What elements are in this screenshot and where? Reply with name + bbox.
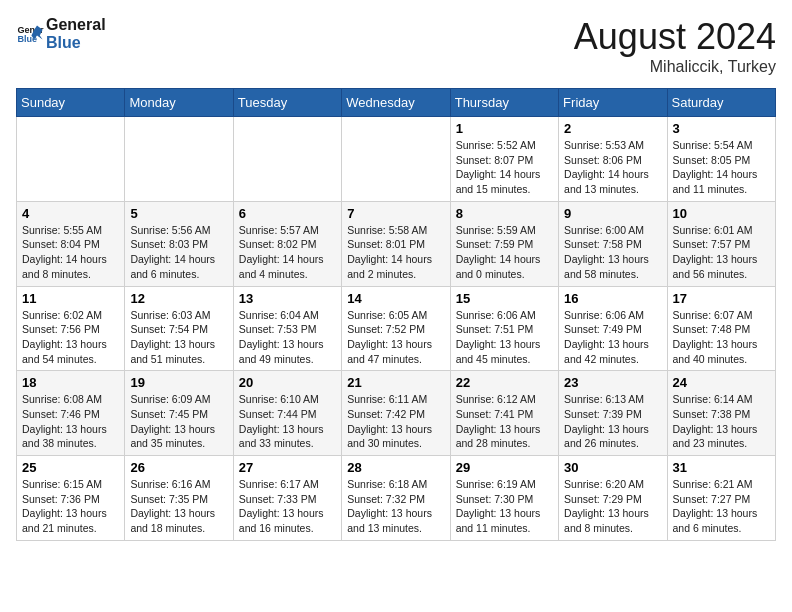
logo: General Blue General Blue [16,16,106,51]
day-number: 7 [347,206,444,221]
calendar-cell: 4Sunrise: 5:55 AM Sunset: 8:04 PM Daylig… [17,201,125,286]
day-number: 18 [22,375,119,390]
day-info: Sunrise: 6:09 AM Sunset: 7:45 PM Dayligh… [130,392,227,451]
calendar-week-row: 4Sunrise: 5:55 AM Sunset: 8:04 PM Daylig… [17,201,776,286]
day-info: Sunrise: 5:59 AM Sunset: 7:59 PM Dayligh… [456,223,553,282]
day-info: Sunrise: 6:08 AM Sunset: 7:46 PM Dayligh… [22,392,119,451]
day-info: Sunrise: 6:16 AM Sunset: 7:35 PM Dayligh… [130,477,227,536]
day-number: 5 [130,206,227,221]
calendar-cell: 12Sunrise: 6:03 AM Sunset: 7:54 PM Dayli… [125,286,233,371]
day-info: Sunrise: 6:13 AM Sunset: 7:39 PM Dayligh… [564,392,661,451]
day-number: 30 [564,460,661,475]
day-info: Sunrise: 6:02 AM Sunset: 7:56 PM Dayligh… [22,308,119,367]
calendar-day-header: Monday [125,89,233,117]
day-info: Sunrise: 6:06 AM Sunset: 7:51 PM Dayligh… [456,308,553,367]
logo-icon: General Blue [16,20,44,48]
calendar-cell: 9Sunrise: 6:00 AM Sunset: 7:58 PM Daylig… [559,201,667,286]
calendar-cell: 8Sunrise: 5:59 AM Sunset: 7:59 PM Daylig… [450,201,558,286]
day-info: Sunrise: 6:19 AM Sunset: 7:30 PM Dayligh… [456,477,553,536]
title-area: August 2024 Mihaliccik, Turkey [574,16,776,76]
calendar-cell: 10Sunrise: 6:01 AM Sunset: 7:57 PM Dayli… [667,201,775,286]
logo-general-text: General [46,16,106,34]
day-info: Sunrise: 5:55 AM Sunset: 8:04 PM Dayligh… [22,223,119,282]
calendar-cell: 27Sunrise: 6:17 AM Sunset: 7:33 PM Dayli… [233,456,341,541]
calendar-cell: 1Sunrise: 5:52 AM Sunset: 8:07 PM Daylig… [450,117,558,202]
day-info: Sunrise: 5:52 AM Sunset: 8:07 PM Dayligh… [456,138,553,197]
day-number: 9 [564,206,661,221]
day-info: Sunrise: 6:12 AM Sunset: 7:41 PM Dayligh… [456,392,553,451]
calendar-cell [125,117,233,202]
day-number: 19 [130,375,227,390]
day-number: 13 [239,291,336,306]
day-number: 6 [239,206,336,221]
day-info: Sunrise: 6:06 AM Sunset: 7:49 PM Dayligh… [564,308,661,367]
calendar-cell: 5Sunrise: 5:56 AM Sunset: 8:03 PM Daylig… [125,201,233,286]
day-info: Sunrise: 6:15 AM Sunset: 7:36 PM Dayligh… [22,477,119,536]
calendar-cell: 28Sunrise: 6:18 AM Sunset: 7:32 PM Dayli… [342,456,450,541]
calendar-day-header: Tuesday [233,89,341,117]
day-info: Sunrise: 6:17 AM Sunset: 7:33 PM Dayligh… [239,477,336,536]
calendar-cell [17,117,125,202]
day-number: 20 [239,375,336,390]
day-info: Sunrise: 6:05 AM Sunset: 7:52 PM Dayligh… [347,308,444,367]
calendar-cell: 17Sunrise: 6:07 AM Sunset: 7:48 PM Dayli… [667,286,775,371]
calendar-cell: 11Sunrise: 6:02 AM Sunset: 7:56 PM Dayli… [17,286,125,371]
location-subtitle: Mihaliccik, Turkey [574,58,776,76]
calendar-cell: 22Sunrise: 6:12 AM Sunset: 7:41 PM Dayli… [450,371,558,456]
calendar-table: SundayMondayTuesdayWednesdayThursdayFrid… [16,88,776,541]
day-info: Sunrise: 6:01 AM Sunset: 7:57 PM Dayligh… [673,223,770,282]
calendar-cell: 29Sunrise: 6:19 AM Sunset: 7:30 PM Dayli… [450,456,558,541]
calendar-cell [342,117,450,202]
calendar-header-row: SundayMondayTuesdayWednesdayThursdayFrid… [17,89,776,117]
calendar-cell: 21Sunrise: 6:11 AM Sunset: 7:42 PM Dayli… [342,371,450,456]
day-number: 14 [347,291,444,306]
calendar-cell: 25Sunrise: 6:15 AM Sunset: 7:36 PM Dayli… [17,456,125,541]
day-info: Sunrise: 6:00 AM Sunset: 7:58 PM Dayligh… [564,223,661,282]
calendar-week-row: 1Sunrise: 5:52 AM Sunset: 8:07 PM Daylig… [17,117,776,202]
day-number: 4 [22,206,119,221]
day-number: 26 [130,460,227,475]
day-number: 31 [673,460,770,475]
calendar-day-header: Friday [559,89,667,117]
day-number: 2 [564,121,661,136]
calendar-cell [233,117,341,202]
day-info: Sunrise: 5:57 AM Sunset: 8:02 PM Dayligh… [239,223,336,282]
day-info: Sunrise: 6:03 AM Sunset: 7:54 PM Dayligh… [130,308,227,367]
day-info: Sunrise: 6:04 AM Sunset: 7:53 PM Dayligh… [239,308,336,367]
calendar-cell: 13Sunrise: 6:04 AM Sunset: 7:53 PM Dayli… [233,286,341,371]
calendar-day-header: Wednesday [342,89,450,117]
day-number: 28 [347,460,444,475]
calendar-week-row: 11Sunrise: 6:02 AM Sunset: 7:56 PM Dayli… [17,286,776,371]
day-info: Sunrise: 5:58 AM Sunset: 8:01 PM Dayligh… [347,223,444,282]
day-number: 1 [456,121,553,136]
day-info: Sunrise: 6:14 AM Sunset: 7:38 PM Dayligh… [673,392,770,451]
day-number: 16 [564,291,661,306]
day-info: Sunrise: 6:20 AM Sunset: 7:29 PM Dayligh… [564,477,661,536]
day-info: Sunrise: 5:56 AM Sunset: 8:03 PM Dayligh… [130,223,227,282]
calendar-cell: 3Sunrise: 5:54 AM Sunset: 8:05 PM Daylig… [667,117,775,202]
calendar-week-row: 18Sunrise: 6:08 AM Sunset: 7:46 PM Dayli… [17,371,776,456]
calendar-cell: 7Sunrise: 5:58 AM Sunset: 8:01 PM Daylig… [342,201,450,286]
day-info: Sunrise: 6:07 AM Sunset: 7:48 PM Dayligh… [673,308,770,367]
calendar-day-header: Saturday [667,89,775,117]
day-number: 12 [130,291,227,306]
month-title: August 2024 [574,16,776,58]
day-info: Sunrise: 6:18 AM Sunset: 7:32 PM Dayligh… [347,477,444,536]
calendar-cell: 15Sunrise: 6:06 AM Sunset: 7:51 PM Dayli… [450,286,558,371]
calendar-cell: 18Sunrise: 6:08 AM Sunset: 7:46 PM Dayli… [17,371,125,456]
calendar-cell: 6Sunrise: 5:57 AM Sunset: 8:02 PM Daylig… [233,201,341,286]
day-info: Sunrise: 6:21 AM Sunset: 7:27 PM Dayligh… [673,477,770,536]
day-info: Sunrise: 6:10 AM Sunset: 7:44 PM Dayligh… [239,392,336,451]
calendar-cell: 2Sunrise: 5:53 AM Sunset: 8:06 PM Daylig… [559,117,667,202]
day-number: 22 [456,375,553,390]
day-number: 8 [456,206,553,221]
day-number: 29 [456,460,553,475]
calendar-cell: 31Sunrise: 6:21 AM Sunset: 7:27 PM Dayli… [667,456,775,541]
day-number: 24 [673,375,770,390]
calendar-day-header: Thursday [450,89,558,117]
day-info: Sunrise: 5:53 AM Sunset: 8:06 PM Dayligh… [564,138,661,197]
day-number: 10 [673,206,770,221]
day-number: 25 [22,460,119,475]
day-info: Sunrise: 5:54 AM Sunset: 8:05 PM Dayligh… [673,138,770,197]
calendar-cell: 24Sunrise: 6:14 AM Sunset: 7:38 PM Dayli… [667,371,775,456]
